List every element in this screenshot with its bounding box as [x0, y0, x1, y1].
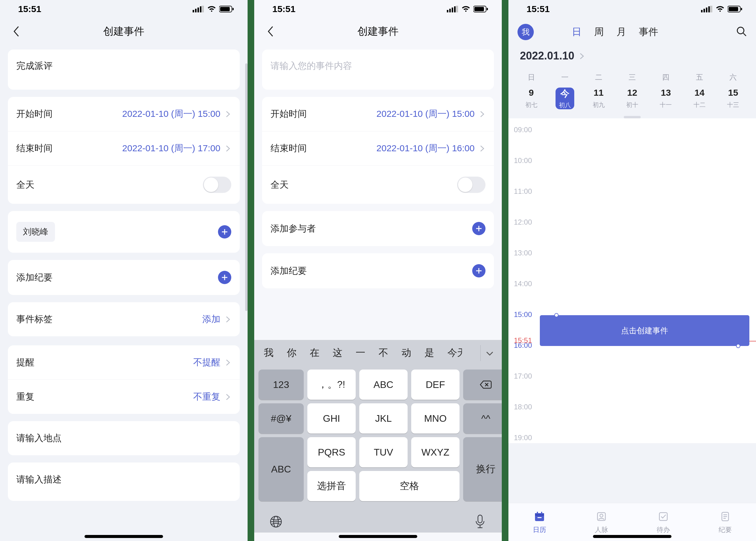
svg-line-44: [743, 33, 746, 36]
suggestion-item[interactable]: 这: [326, 346, 349, 359]
home-indicator[interactable]: [593, 535, 671, 538]
add-notes-row[interactable]: 添加纪要: [262, 253, 494, 288]
key-space[interactable]: 空格: [359, 471, 459, 501]
timeline[interactable]: 09:00 10:00 11:00 12:00 13:00 14:00 15:0…: [508, 118, 756, 443]
avatar[interactable]: 我: [517, 24, 534, 40]
suggestion-item[interactable]: 在: [303, 346, 326, 359]
add-notes-button[interactable]: [472, 264, 485, 277]
participant-chip[interactable]: 刘晓峰: [16, 222, 55, 242]
key-ghi[interactable]: GHI: [307, 403, 356, 433]
description-row[interactable]: 请输入描述: [8, 462, 240, 501]
key-pqrs[interactable]: PQRS: [307, 437, 356, 467]
suggestion-item[interactable]: 你: [280, 346, 303, 359]
add-participant-row[interactable]: 添加参与者: [262, 211, 494, 246]
key-def[interactable]: DEF: [411, 369, 459, 400]
date-title-row[interactable]: 2022.01.10: [508, 46, 756, 62]
day-cell[interactable]: 13 十一: [649, 88, 683, 109]
all-day-toggle[interactable]: [457, 177, 485, 193]
day-cell[interactable]: 15 十三: [716, 88, 750, 109]
end-time-row[interactable]: 结束时间 2022-01-10 (周一) 17:00: [8, 131, 240, 166]
day-sub: 十一: [660, 101, 672, 109]
end-time-row[interactable]: 结束时间 2022-01-10 (周一) 16:00: [262, 131, 494, 166]
tab-notes[interactable]: 纪要: [694, 503, 756, 541]
svg-point-51: [600, 514, 603, 517]
globe-icon[interactable]: [268, 513, 285, 530]
drag-handle[interactable]: [624, 116, 641, 118]
end-time-label: 结束时间: [271, 142, 307, 155]
suggestion-item[interactable]: 是: [418, 346, 441, 359]
day-cell[interactable]: 14 十二: [683, 88, 716, 109]
mic-icon[interactable]: [471, 513, 488, 530]
key-return[interactable]: 换行: [463, 437, 502, 501]
svg-rect-36: [706, 8, 707, 12]
chevron-right-icon: [479, 111, 485, 118]
event-title-card[interactable]: 请输入您的事件内容: [262, 50, 494, 90]
add-notes-button[interactable]: [218, 271, 231, 284]
battery-icon: [728, 5, 743, 13]
svg-rect-38: [710, 6, 711, 12]
key-jkl[interactable]: JKL: [359, 403, 407, 433]
suggestion-item[interactable]: 今天: [441, 346, 462, 359]
event-title-card[interactable]: 完成派评: [8, 50, 240, 90]
view-tab-week[interactable]: 周: [594, 25, 604, 39]
tag-row[interactable]: 事件标签 添加: [8, 302, 240, 336]
day-cell[interactable]: 12 初十: [615, 88, 649, 109]
hour-row: 10:00: [508, 161, 756, 162]
phone-screen-2: 15:51 创建事件 请输入您的事件内容 开始时间 2022-01-10 (周一…: [254, 0, 502, 541]
key-tuv[interactable]: TUV: [359, 437, 407, 467]
status-time: 15:51: [272, 4, 296, 14]
create-event-block[interactable]: 点击创建事件: [540, 315, 749, 346]
view-tab-month[interactable]: 月: [616, 25, 626, 39]
event-resize-handle-top[interactable]: [554, 313, 558, 317]
key-mno[interactable]: MNO: [411, 403, 459, 433]
start-time-row[interactable]: 开始时间 2022-01-10 (周一) 15:00: [262, 97, 494, 131]
day-cell[interactable]: 9 初七: [514, 88, 548, 109]
back-button[interactable]: [265, 25, 277, 37]
view-tab-day[interactable]: 日: [572, 25, 581, 39]
suggestion-item[interactable]: 我: [257, 346, 280, 359]
suggestion-item[interactable]: 动: [395, 346, 418, 359]
key-pinyin[interactable]: 选拼音: [307, 471, 356, 501]
add-notes-row[interactable]: 添加纪要: [8, 260, 240, 295]
hour-label: 10:00: [514, 156, 532, 165]
repeat-row[interactable]: 重复 不重复: [8, 379, 240, 414]
key-punct[interactable]: ，。?!: [307, 369, 356, 400]
key-abc[interactable]: ABC: [359, 369, 407, 400]
remind-row[interactable]: 提醒 不提醒: [8, 345, 240, 379]
tag-card: 事件标签 添加: [8, 302, 240, 336]
start-time-row[interactable]: 开始时间 2022-01-10 (周一) 15:00: [8, 97, 240, 131]
search-icon[interactable]: [736, 26, 747, 38]
key-symbols[interactable]: #@¥: [259, 403, 304, 433]
tag-value: 添加: [202, 313, 220, 325]
view-tab-events[interactable]: 事件: [639, 25, 658, 39]
location-row[interactable]: 请输入地点: [8, 421, 240, 455]
suggestion-item[interactable]: 不: [372, 346, 395, 359]
back-button[interactable]: [10, 25, 22, 37]
all-day-row: 全天: [8, 166, 240, 204]
home-indicator[interactable]: [85, 535, 163, 538]
day-cell[interactable]: 11 初九: [582, 88, 615, 109]
home-indicator[interactable]: [339, 535, 417, 538]
wifi-icon: [716, 6, 725, 12]
all-day-toggle[interactable]: [203, 177, 231, 193]
chevron-right-icon: [479, 145, 485, 152]
key-abc-mode[interactable]: ABC: [259, 437, 304, 501]
key-backspace[interactable]: [463, 369, 502, 400]
hour-label: 12:00: [514, 218, 532, 227]
svg-rect-16: [454, 6, 455, 12]
add-participant-button[interactable]: [472, 222, 485, 235]
tab-calendar[interactable]: 日历: [508, 503, 570, 541]
day-num: 14: [694, 88, 704, 98]
day-cell-selected[interactable]: 今 初八: [548, 88, 581, 109]
add-participant-button[interactable]: [218, 225, 231, 239]
suggestion-item[interactable]: 一: [349, 346, 372, 359]
chevron-down-icon[interactable]: [480, 345, 499, 361]
participant-row[interactable]: 刘晓峰: [8, 211, 240, 253]
key-123[interactable]: 123: [259, 369, 304, 400]
weekday-head: 三: [615, 73, 649, 82]
event-resize-handle-bottom[interactable]: [736, 344, 740, 348]
day-num: 15: [728, 88, 738, 98]
key-emoji[interactable]: ^^: [463, 403, 502, 433]
key-wxyz[interactable]: WXYZ: [411, 437, 459, 467]
hour-label: 17:00: [514, 372, 532, 380]
